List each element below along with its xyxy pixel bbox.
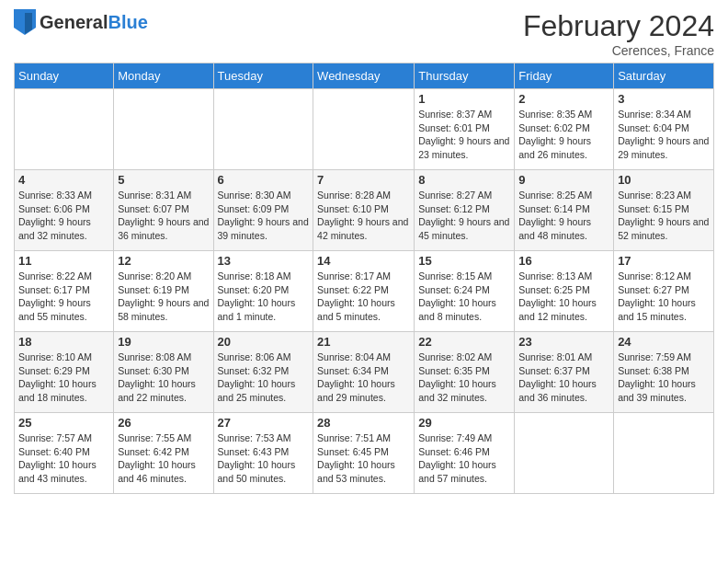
- calendar-cell: [515, 413, 614, 494]
- day-number: 10: [618, 173, 710, 187]
- calendar-week-row: 18Sunrise: 8:10 AMSunset: 6:29 PMDayligh…: [15, 332, 714, 413]
- day-number: 2: [518, 92, 609, 106]
- day-info: Sunrise: 7:51 AMSunset: 6:45 PMDaylight:…: [317, 431, 410, 486]
- calendar-cell: 22Sunrise: 8:02 AMSunset: 6:35 PMDayligh…: [415, 332, 515, 413]
- logo-general-text: General: [40, 12, 108, 32]
- day-number: 11: [18, 254, 109, 268]
- month-title: February 2024: [523, 9, 714, 43]
- calendar-header-row: SundayMondayTuesdayWednesdayThursdayFrid…: [15, 63, 714, 89]
- day-info: Sunrise: 8:30 AMSunset: 6:09 PMDaylight:…: [218, 189, 310, 243]
- calendar-cell: 4Sunrise: 8:33 AMSunset: 6:06 PMDaylight…: [15, 170, 114, 251]
- day-info: Sunrise: 8:33 AMSunset: 6:06 PMDaylight:…: [18, 189, 109, 243]
- day-info: Sunrise: 8:22 AMSunset: 6:17 PMDaylight:…: [18, 270, 109, 324]
- calendar-cell: 20Sunrise: 8:06 AMSunset: 6:32 PMDayligh…: [213, 332, 313, 413]
- day-number: 14: [317, 254, 410, 268]
- day-number: 28: [317, 416, 410, 430]
- calendar-cell: 25Sunrise: 7:57 AMSunset: 6:40 PMDayligh…: [15, 413, 114, 494]
- calendar-cell: 24Sunrise: 7:59 AMSunset: 6:38 PMDayligh…: [614, 332, 714, 413]
- calendar-cell: [114, 89, 213, 170]
- day-number: 9: [518, 173, 609, 187]
- calendar-cell: [15, 89, 114, 170]
- day-info: Sunrise: 8:31 AMSunset: 6:07 PMDaylight:…: [118, 189, 209, 243]
- calendar-cell: 1Sunrise: 8:37 AMSunset: 6:01 PMDaylight…: [415, 89, 515, 170]
- calendar-cell: [313, 89, 415, 170]
- calendar-cell: 15Sunrise: 8:15 AMSunset: 6:24 PMDayligh…: [415, 251, 515, 332]
- calendar-cell: [213, 89, 313, 170]
- day-number: 7: [317, 173, 410, 187]
- day-number: 4: [18, 173, 109, 187]
- calendar-cell: 12Sunrise: 8:20 AMSunset: 6:19 PMDayligh…: [114, 251, 213, 332]
- weekday-header: Sunday: [15, 63, 114, 89]
- calendar-cell: 29Sunrise: 7:49 AMSunset: 6:46 PMDayligh…: [415, 413, 515, 494]
- day-info: Sunrise: 7:57 AMSunset: 6:40 PMDaylight:…: [18, 431, 109, 486]
- calendar-cell: 10Sunrise: 8:23 AMSunset: 6:15 PMDayligh…: [614, 170, 714, 251]
- day-number: 6: [218, 173, 310, 187]
- calendar-cell: 18Sunrise: 8:10 AMSunset: 6:29 PMDayligh…: [15, 332, 114, 413]
- calendar: SundayMondayTuesdayWednesdayThursdayFrid…: [14, 63, 714, 494]
- calendar-cell: 3Sunrise: 8:34 AMSunset: 6:04 PMDaylight…: [614, 89, 714, 170]
- calendar-cell: 6Sunrise: 8:30 AMSunset: 6:09 PMDaylight…: [213, 170, 313, 251]
- day-info: Sunrise: 8:13 AMSunset: 6:25 PMDaylight:…: [518, 270, 609, 324]
- calendar-cell: 9Sunrise: 8:25 AMSunset: 6:14 PMDaylight…: [515, 170, 614, 251]
- svg-marker-1: [25, 13, 32, 34]
- day-number: 5: [118, 173, 209, 187]
- calendar-cell: 27Sunrise: 7:53 AMSunset: 6:43 PMDayligh…: [213, 413, 313, 494]
- calendar-week-row: 25Sunrise: 7:57 AMSunset: 6:40 PMDayligh…: [15, 413, 714, 494]
- logo: GeneralBlue: [14, 9, 148, 35]
- day-number: 16: [518, 254, 609, 268]
- day-number: 13: [218, 254, 310, 268]
- location: Cerences, France: [523, 43, 714, 58]
- calendar-week-row: 11Sunrise: 8:22 AMSunset: 6:17 PMDayligh…: [15, 251, 714, 332]
- calendar-week-row: 4Sunrise: 8:33 AMSunset: 6:06 PMDaylight…: [15, 170, 714, 251]
- calendar-cell: 13Sunrise: 8:18 AMSunset: 6:20 PMDayligh…: [213, 251, 313, 332]
- day-info: Sunrise: 8:35 AMSunset: 6:02 PMDaylight:…: [518, 108, 609, 162]
- calendar-cell: 11Sunrise: 8:22 AMSunset: 6:17 PMDayligh…: [15, 251, 114, 332]
- day-info: Sunrise: 8:23 AMSunset: 6:15 PMDaylight:…: [618, 189, 710, 243]
- calendar-cell: 7Sunrise: 8:28 AMSunset: 6:10 PMDaylight…: [313, 170, 415, 251]
- weekday-header: Friday: [515, 63, 614, 89]
- weekday-header: Saturday: [614, 63, 714, 89]
- calendar-cell: 16Sunrise: 8:13 AMSunset: 6:25 PMDayligh…: [515, 251, 614, 332]
- calendar-cell: 28Sunrise: 7:51 AMSunset: 6:45 PMDayligh…: [313, 413, 415, 494]
- logo-blue-text: Blue: [108, 12, 147, 32]
- day-number: 18: [18, 335, 109, 349]
- logo-icon: [14, 9, 36, 35]
- day-info: Sunrise: 8:06 AMSunset: 6:32 PMDaylight:…: [218, 350, 310, 405]
- day-number: 26: [118, 416, 209, 430]
- day-info: Sunrise: 8:27 AMSunset: 6:12 PMDaylight:…: [418, 189, 510, 243]
- day-number: 20: [218, 335, 310, 349]
- day-info: Sunrise: 8:15 AMSunset: 6:24 PMDaylight:…: [418, 270, 510, 324]
- day-number: 22: [418, 335, 510, 349]
- day-number: 15: [418, 254, 510, 268]
- day-number: 29: [418, 416, 510, 430]
- day-number: 21: [317, 335, 410, 349]
- day-number: 1: [418, 92, 510, 106]
- calendar-cell: 21Sunrise: 8:04 AMSunset: 6:34 PMDayligh…: [313, 332, 415, 413]
- day-info: Sunrise: 8:25 AMSunset: 6:14 PMDaylight:…: [518, 189, 609, 243]
- calendar-week-row: 1Sunrise: 8:37 AMSunset: 6:01 PMDaylight…: [15, 89, 714, 170]
- day-info: Sunrise: 8:18 AMSunset: 6:20 PMDaylight:…: [218, 270, 310, 324]
- weekday-header: Wednesday: [313, 63, 415, 89]
- day-info: Sunrise: 7:49 AMSunset: 6:46 PMDaylight:…: [418, 431, 510, 486]
- calendar-cell: 23Sunrise: 8:01 AMSunset: 6:37 PMDayligh…: [515, 332, 614, 413]
- calendar-cell: [614, 413, 714, 494]
- day-info: Sunrise: 8:10 AMSunset: 6:29 PMDaylight:…: [18, 350, 109, 405]
- day-info: Sunrise: 8:17 AMSunset: 6:22 PMDaylight:…: [317, 270, 410, 324]
- weekday-header: Thursday: [415, 63, 515, 89]
- calendar-cell: 19Sunrise: 8:08 AMSunset: 6:30 PMDayligh…: [114, 332, 213, 413]
- day-number: 24: [618, 335, 710, 349]
- day-number: 3: [618, 92, 710, 106]
- day-info: Sunrise: 8:01 AMSunset: 6:37 PMDaylight:…: [518, 350, 609, 405]
- day-info: Sunrise: 8:08 AMSunset: 6:30 PMDaylight:…: [118, 350, 209, 405]
- day-number: 8: [418, 173, 510, 187]
- calendar-cell: 17Sunrise: 8:12 AMSunset: 6:27 PMDayligh…: [614, 251, 714, 332]
- calendar-cell: 26Sunrise: 7:55 AMSunset: 6:42 PMDayligh…: [114, 413, 213, 494]
- day-info: Sunrise: 8:28 AMSunset: 6:10 PMDaylight:…: [317, 189, 410, 243]
- calendar-cell: 2Sunrise: 8:35 AMSunset: 6:02 PMDaylight…: [515, 89, 614, 170]
- calendar-cell: 8Sunrise: 8:27 AMSunset: 6:12 PMDaylight…: [415, 170, 515, 251]
- day-number: 19: [118, 335, 209, 349]
- day-info: Sunrise: 7:59 AMSunset: 6:38 PMDaylight:…: [618, 350, 710, 405]
- weekday-header: Tuesday: [213, 63, 313, 89]
- day-info: Sunrise: 8:37 AMSunset: 6:01 PMDaylight:…: [418, 108, 510, 162]
- day-info: Sunrise: 7:55 AMSunset: 6:42 PMDaylight:…: [118, 431, 209, 486]
